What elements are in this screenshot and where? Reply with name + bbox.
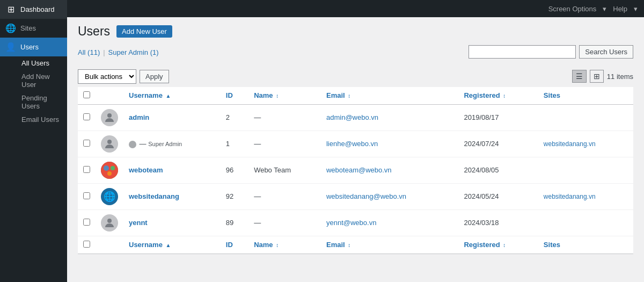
th-avatar (96, 87, 123, 105)
site-link[interactable]: websitedanang.vn (544, 193, 596, 200)
name-sort-icon: ↕ (276, 93, 279, 99)
grid-view-button[interactable]: ⊞ (590, 70, 604, 83)
bulk-actions-select[interactable]: Bulk actions (78, 69, 136, 84)
screen-options-button[interactable]: Screen Options (544, 3, 601, 15)
apply-button[interactable]: Apply (140, 70, 169, 83)
filter-separator: | (103, 48, 105, 56)
sites-cell (538, 209, 633, 236)
filter-bar: All (11) | Super Admin (1) (78, 48, 159, 56)
help-separator: ▾ (634, 5, 638, 13)
email-link[interactable]: websitedanang@webo.vn (326, 192, 406, 200)
sidebar-item-users[interactable]: 👤 Users (0, 38, 67, 56)
svg-point-0 (107, 113, 112, 118)
registered-cell: 2024/05/24 (458, 183, 538, 209)
svg-point-5 (107, 171, 112, 176)
registered-footer-sort-link[interactable]: Registered ↕ (464, 241, 506, 249)
select-all-checkbox[interactable] (83, 91, 90, 98)
email-cell: admin@webo.vn (321, 104, 458, 131)
select-all-footer-checkbox[interactable] (83, 241, 90, 248)
th-footer-avatar (96, 236, 123, 254)
row-checkbox-cell (78, 131, 96, 157)
sidebar-item-dashboard[interactable]: ⊞ Dashboard (0, 0, 67, 19)
search-input[interactable] (469, 45, 576, 59)
select-all-footer (78, 236, 96, 254)
row-checkbox[interactable] (83, 166, 90, 173)
row-checkbox[interactable] (83, 192, 90, 199)
item-count: 11 items (607, 73, 633, 81)
name-cell: — (248, 209, 321, 236)
email-link[interactable]: lienhe@webo.vn (326, 140, 378, 148)
row-checkbox[interactable] (83, 219, 90, 226)
username-cell: websitedanang (123, 183, 221, 209)
search-users-button[interactable]: Search Users (579, 45, 633, 59)
topbar: Screen Options ▾ Help ▾ (67, 0, 644, 17)
id-cell: 1 (221, 131, 248, 157)
username-link[interactable]: websitedanang (129, 192, 179, 200)
sites-cell: websitedanang.vn (538, 183, 633, 209)
registered-sort-link[interactable]: Registered ↕ (464, 91, 506, 99)
row-checkbox[interactable] (83, 113, 90, 120)
avatar-cell (96, 104, 123, 131)
username-link[interactable]: weboteam (129, 166, 163, 174)
row-checkbox-cell (78, 183, 96, 209)
sidebar-submenu-pending-users[interactable]: Pending Users (5, 91, 67, 113)
registered-cell: 2024/07/24 (458, 131, 538, 157)
email-link[interactable]: yennt@webo.vn (326, 219, 376, 227)
avatar (101, 109, 118, 126)
name-footer-sort-link[interactable]: Name ↕ (254, 241, 279, 249)
username-link[interactable]: yennt (129, 219, 148, 227)
th-footer-name[interactable]: Name ↕ (248, 236, 321, 254)
table-row: — Super Admin 1 — lienhe@webo.vn 2024/07… (78, 131, 633, 157)
th-footer-sites: Sites (538, 236, 633, 254)
sidebar-submenu-add-new-user[interactable]: Add New User (5, 70, 67, 91)
content-area: Users Add New User All (11) | Super Admi… (67, 17, 644, 282)
username-cell: yennt (123, 209, 221, 236)
add-new-user-button[interactable]: Add New User (116, 25, 172, 38)
name-cell: — (248, 104, 321, 131)
sites-cell: websitedanang.vn (538, 131, 633, 157)
registered-footer-sort-icon: ↕ (503, 242, 506, 248)
dashboard-icon: ⊞ (5, 4, 16, 15)
select-all-header (78, 87, 96, 105)
th-username[interactable]: Username ▲ (123, 87, 221, 105)
filter-all-link[interactable]: All (11) (78, 48, 100, 56)
email-link[interactable]: admin@webo.vn (326, 113, 378, 121)
th-footer-registered[interactable]: Registered ↕ (458, 236, 538, 254)
toolbar: Bulk actions Apply ☰ ⊞ 11 items (78, 69, 633, 84)
name-sort-link[interactable]: Name ↕ (254, 91, 279, 99)
search-bar: Search Users (469, 45, 633, 59)
list-view-button[interactable]: ☰ (572, 70, 587, 83)
username-cell: weboteam (123, 157, 221, 183)
sidebar-item-sites[interactable]: 🌐 Sites (0, 19, 67, 38)
email-link[interactable]: weboteam@webo.vn (326, 166, 392, 174)
th-name[interactable]: Name ↕ (248, 87, 321, 105)
email-footer-sort-link[interactable]: Email ↕ (326, 241, 350, 249)
sidebar-submenu-all-users[interactable]: All Users (5, 56, 67, 70)
username-footer-sort-link[interactable]: Username ▲ (129, 241, 171, 249)
th-registered[interactable]: Registered ↕ (458, 87, 538, 105)
th-footer-email[interactable]: Email ↕ (321, 236, 458, 254)
row-checkbox[interactable] (83, 140, 90, 147)
username-sort-link[interactable]: Username ▲ (129, 91, 171, 99)
username-sort-icon: ▲ (166, 93, 171, 99)
sidebar-submenu-email-users[interactable]: Email Users (5, 113, 67, 126)
sidebar-item-label: Sites (20, 24, 36, 32)
id-cell: 2 (221, 104, 248, 131)
th-footer-username[interactable]: Username ▲ (123, 236, 221, 254)
table-row: admin 2 — admin@webo.vn 2019/08/17 (78, 104, 633, 131)
username-link[interactable]: admin (129, 113, 149, 121)
email-footer-sort-icon: ↕ (348, 242, 350, 248)
sidebar-submenu: All Users Add New User Pending Users Ema… (0, 56, 67, 126)
email-cell: lienhe@webo.vn (321, 131, 458, 157)
row-checkbox-cell (78, 209, 96, 236)
th-sites: Sites (538, 87, 633, 105)
id-cell: 96 (221, 157, 248, 183)
sites-icon: 🌐 (5, 23, 16, 33)
th-email[interactable]: Email ↕ (321, 87, 458, 105)
avatar-cell (96, 131, 123, 157)
help-button[interactable]: Help (609, 3, 632, 15)
name-footer-sort-icon: ↕ (276, 242, 279, 248)
filter-super-admin-link[interactable]: Super Admin (1) (108, 48, 159, 56)
email-sort-link[interactable]: Email ↕ (326, 91, 350, 99)
site-link[interactable]: websitedanang.vn (544, 140, 596, 148)
